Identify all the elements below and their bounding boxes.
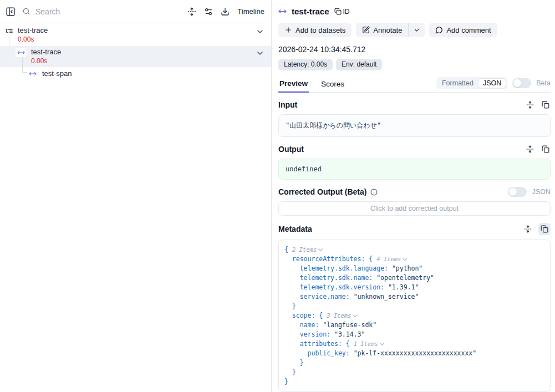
tree-toolbar: Timeline xyxy=(0,0,271,23)
id-chip-label: ID xyxy=(343,8,350,16)
tree-connector xyxy=(22,72,27,73)
comment-bubble-icon xyxy=(435,26,443,34)
input-section-header: Input xyxy=(278,100,551,110)
search-input[interactable] xyxy=(35,7,181,16)
tree-connector xyxy=(9,36,9,47)
unfold-vertical-icon xyxy=(524,225,532,233)
tree-row-duration: 0.00s xyxy=(18,35,48,44)
annotate-button[interactable]: Annotate xyxy=(356,23,408,37)
copy-icon xyxy=(542,101,549,109)
format-segmented-control: Formatted JSON xyxy=(436,77,507,89)
corrected-output-placeholder[interactable]: Click to add corrected output xyxy=(278,201,551,216)
app-root: Timeline test-trace 0.00s xyxy=(0,0,555,392)
metadata-section-header: Metadata xyxy=(278,223,551,235)
arrows-horizontal-icon xyxy=(278,7,287,16)
chevron-down-icon[interactable] xyxy=(256,27,264,44)
expand-output-button[interactable] xyxy=(525,144,535,154)
annotate-button-group: Annotate xyxy=(356,23,425,37)
download-button[interactable] xyxy=(220,6,231,17)
env-badge: Env: default xyxy=(336,59,382,70)
copy-output-button[interactable] xyxy=(541,144,551,154)
sliders-icon xyxy=(204,7,213,16)
add-comment-button[interactable]: Add comment xyxy=(429,23,497,37)
metadata-json[interactable]: { 2 Items resourceAttributes: { 4 Items … xyxy=(278,240,551,392)
corrected-json-toggle-switch[interactable] xyxy=(508,187,527,197)
beta-toggle-label: Beta xyxy=(536,79,551,87)
copy-icon xyxy=(541,225,548,233)
badges-row: Latency: 0.00s Env: default xyxy=(278,59,551,70)
trace-timestamp: 2026-02-24 10:34:45.712 xyxy=(278,45,551,54)
action-buttons: Add to datasets Annotate xyxy=(278,23,551,37)
tree-row-label: test-trace xyxy=(18,26,48,35)
edit-pencil-icon xyxy=(362,26,370,34)
copy-metadata-button[interactable] xyxy=(538,223,551,235)
tree-row-test-span[interactable]: test-span xyxy=(0,67,271,80)
unfold-vertical-icon xyxy=(526,145,534,153)
corrected-json-toggle-label: JSON xyxy=(532,188,551,196)
tab-scores[interactable]: Scores xyxy=(320,78,345,92)
add-to-datasets-button[interactable]: Add to datasets xyxy=(278,23,352,37)
annotate-label: Annotate xyxy=(373,26,402,34)
latency-badge: Latency: 0.00s xyxy=(278,59,333,70)
copy-icon xyxy=(334,8,342,15)
list-tree-icon xyxy=(6,27,13,44)
tree-row-root-trace[interactable]: test-trace 0.00s xyxy=(0,23,271,46)
output-section-icons xyxy=(525,144,551,154)
search-box xyxy=(22,7,181,16)
annotate-dropdown-button[interactable] xyxy=(408,23,425,37)
metadata-section-label: Metadata xyxy=(278,225,312,233)
tree-row-label: test-span xyxy=(42,69,72,78)
trace-tree: test-trace 0.00s test-trace 0.00s xyxy=(0,23,271,392)
trace-tree-panel: Timeline test-trace 0.00s xyxy=(0,0,272,392)
tree-row-text: test-trace 0.00s xyxy=(18,26,48,44)
arrows-horizontal-icon xyxy=(17,49,25,57)
copy-input-button[interactable] xyxy=(541,100,551,110)
segment-formatted[interactable]: Formatted xyxy=(437,78,478,88)
input-section-icons xyxy=(525,100,551,110)
corrected-output-header: Corrected Output (Beta) JSON xyxy=(278,187,551,197)
output-section-header: Output xyxy=(278,144,551,154)
add-to-datasets-label: Add to datasets xyxy=(296,26,345,34)
input-section-label: Input xyxy=(278,100,297,109)
tree-row-label: test-trace xyxy=(31,48,61,57)
chevron-down-icon[interactable] xyxy=(256,49,264,65)
expand-input-button[interactable] xyxy=(525,100,535,110)
timeline-toggle-label[interactable]: Timeline xyxy=(237,7,264,16)
tabs-right-controls: Formatted JSON Beta xyxy=(436,77,551,92)
corrected-output-label: Corrected Output (Beta) xyxy=(278,187,366,196)
tab-preview[interactable]: Preview xyxy=(278,77,309,93)
unfold-vertical-icon xyxy=(187,7,196,16)
toggle-knob xyxy=(513,79,521,87)
tree-row-duration: 0.00s xyxy=(31,57,61,65)
chevron-down-icon xyxy=(413,27,420,34)
beta-toggle-switch[interactable] xyxy=(512,78,531,88)
panel-left-close-icon xyxy=(6,7,16,17)
toggle-knob xyxy=(509,188,517,196)
trace-detail-panel: test-trace ID Add to datasets xyxy=(272,0,555,392)
tree-row-text: test-trace 0.00s xyxy=(31,48,61,65)
span-icon-pill xyxy=(16,48,27,57)
tree-connector xyxy=(22,57,23,72)
tree-row-selected-trace[interactable]: test-trace 0.00s xyxy=(0,46,271,67)
plus-icon xyxy=(284,26,292,34)
copy-icon xyxy=(542,145,549,153)
search-icon xyxy=(22,7,30,16)
collapse-sidebar-button[interactable] xyxy=(4,6,17,18)
info-icon[interactable] xyxy=(370,189,378,196)
metadata-section-icons xyxy=(523,223,551,235)
output-value-box: undefined xyxy=(278,159,551,180)
tabs-bar: Preview Scores Formatted JSON Beta xyxy=(278,77,551,93)
segment-json[interactable]: JSON xyxy=(478,78,506,88)
add-comment-label: Add comment xyxy=(446,26,491,34)
output-section-label: Output xyxy=(278,145,304,154)
detail-header: test-trace ID xyxy=(278,7,551,16)
expand-all-button[interactable] xyxy=(186,6,197,17)
page-title: test-trace xyxy=(292,7,329,16)
download-icon xyxy=(221,7,230,16)
unfold-vertical-icon xyxy=(526,101,534,109)
copy-id-chip[interactable]: ID xyxy=(334,8,350,16)
expand-metadata-button[interactable] xyxy=(523,224,533,234)
arrows-horizontal-icon xyxy=(28,69,38,78)
view-settings-button[interactable] xyxy=(203,6,214,17)
input-value-box: "山田太郎様からの問い合わせ" xyxy=(278,114,551,137)
